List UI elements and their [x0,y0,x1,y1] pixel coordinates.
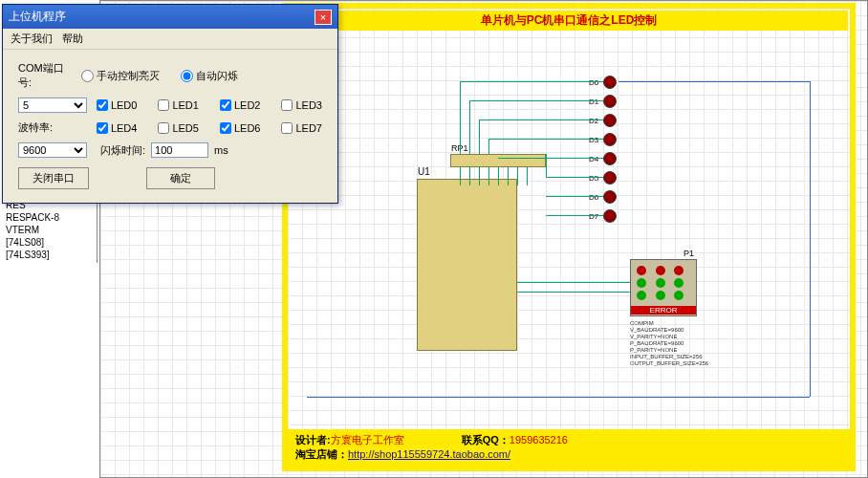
radio-manual[interactable]: 手动控制亮灭 [81,69,160,83]
dialog-menu: 关于我们 帮助 [3,29,337,50]
port-pin-icon [674,266,684,275]
wire [488,139,603,140]
flash-label: 闪烁时间: [100,143,145,158]
wire [469,100,603,101]
wire [479,120,603,120]
wire [527,166,528,185]
wire [546,154,547,177]
wire [517,292,630,293]
port-pin-icon [637,291,646,300]
led-d6[interactable]: D6 [603,190,617,204]
wire [488,139,489,154]
check-led7[interactable]: LED7 [281,122,322,134]
wire [479,166,480,185]
wire [546,177,603,178]
schematic-title: 单片机与PC机串口通信之LED控制 [290,11,848,31]
wire [307,397,810,398]
wire [460,166,461,185]
led-d4[interactable]: D4 [603,152,617,165]
serial-info: COMPIM V_BAUDRATE=9600 V_PARITY=NONE P_B… [630,320,745,367]
menu-about[interactable]: 关于我们 [11,32,53,46]
wire [460,81,461,154]
led-d3[interactable]: D3 [603,133,617,146]
check-led6[interactable]: LED6 [220,122,261,134]
wire [469,166,470,185]
check-led5[interactable]: LED5 [158,122,199,134]
radio-auto[interactable]: 自动闪烁 [181,69,238,83]
port-pin-icon [656,266,665,275]
led-d2[interactable]: D2 [603,114,617,127]
host-dialog: 上位机程序 × 关于我们 帮助 COM端口号: 手动控制亮灭 自动闪烁 5 LE… [2,4,338,204]
chip-u1[interactable]: U1 [417,179,517,351]
flash-input[interactable] [151,142,208,158]
serial-error: ERROR [631,306,696,315]
wire [488,166,489,185]
flash-unit: ms [214,144,228,156]
com-label: COM端口号: [18,61,76,90]
ok-button[interactable]: 确定 [146,167,215,189]
menu-help[interactable]: 帮助 [62,32,83,46]
serial-port[interactable]: P1 ERROR [630,259,697,316]
wire [479,120,480,154]
dialog-titlebar[interactable]: 上位机程序 × [3,5,337,29]
list-item[interactable]: VTERM [2,224,95,236]
wire [517,282,630,283]
wire [498,166,499,185]
wire [618,81,810,82]
close-icon[interactable]: × [315,10,332,25]
port-pin-icon [674,291,684,300]
wire [810,81,811,397]
dialog-title: 上位机程序 [9,9,315,25]
wire [498,158,603,159]
schematic-footer: 设计者:方寰电子工作室 联系QQ：1959635216 淘宝店铺：http://… [288,429,850,466]
schematic-frame: 单片机与PC机串口通信之LED控制 U1 RP1 D0 D1 D2 D3 D4 … [282,3,856,471]
check-led2[interactable]: LED2 [220,99,261,111]
wire [508,166,509,185]
wire [517,166,518,185]
led-d7[interactable]: D7 [603,209,617,223]
port-pin-icon [656,291,665,300]
list-item[interactable]: [74LS393] [2,249,95,261]
check-led4[interactable]: LED4 [97,122,138,134]
wire [469,100,470,154]
port-pin-icon [656,278,665,288]
serial-label: P1 [684,249,694,258]
check-led1[interactable]: LED1 [158,99,199,111]
led-d0[interactable]: D0 [603,76,617,89]
baud-select[interactable]: 9600 [18,142,87,158]
led-d5[interactable]: D5 [603,171,617,185]
check-led0[interactable]: LED0 [97,99,138,111]
list-item[interactable]: RESPACK-8 [2,211,95,224]
port-pin-icon [637,278,646,288]
wire [460,81,603,82]
close-port-button[interactable]: 关闭串口 [18,167,89,189]
com-select[interactable]: 5 [18,98,87,113]
resistor-pack[interactable]: RP1 [450,154,546,167]
wire [546,196,603,197]
port-pin-icon [674,278,684,288]
baud-label: 波特率: [18,120,76,135]
shop-link[interactable]: http://shop115559724.taobao.com/ [348,448,510,460]
check-led3[interactable]: LED3 [281,99,322,111]
list-item[interactable]: [74LS08] [2,236,95,249]
wire [546,215,603,216]
led-d1[interactable]: D1 [603,95,617,108]
chip-label: U1 [418,166,430,177]
port-pin-icon [637,266,646,275]
